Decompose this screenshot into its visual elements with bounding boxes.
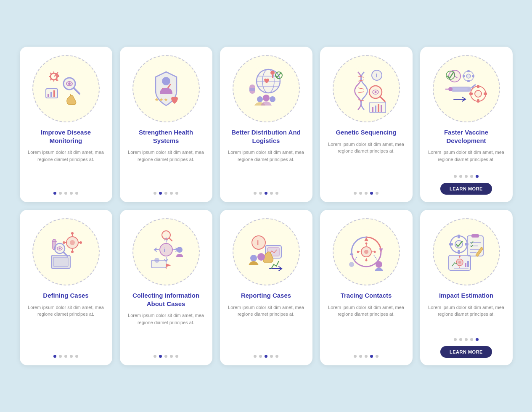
dot-3 <box>164 192 167 195</box>
card-collecting: i Collecting Information About <box>120 210 212 365</box>
svg-rect-143 <box>465 263 466 267</box>
card-icon-10 <box>433 218 500 285</box>
card-2-dots <box>154 192 178 195</box>
dot-5 <box>476 338 479 341</box>
dot-4 <box>370 355 373 358</box>
dot-3 <box>64 192 67 195</box>
dot-1 <box>454 175 457 178</box>
card-5-dots <box>454 175 479 178</box>
svg-rect-53 <box>477 85 479 88</box>
card-vaccine: Faster Vaccine Development Lorem ipsum d… <box>420 47 513 202</box>
card-genetic: i Genetic Sequencing Lorem ipsum dolor s… <box>320 47 413 202</box>
card-4-title: Genetic Sequencing <box>336 128 396 137</box>
svg-point-116 <box>373 251 376 253</box>
card-5-body: Lorem ipsum dolor sit dim amet, mea regi… <box>427 149 506 170</box>
card-5-learn-button[interactable]: LEARN MORE <box>440 183 492 195</box>
svg-text:i: i <box>376 72 377 79</box>
svg-rect-54 <box>477 99 479 103</box>
svg-rect-8 <box>50 92 52 97</box>
card-defining: Defining Cases Lorem ipsum dolor sit dim… <box>20 210 112 365</box>
card-icon-8: i <box>233 218 300 285</box>
dot-2 <box>359 355 362 358</box>
card-10-body: Lorem ipsum dolor sit dim amet, mea regi… <box>427 304 506 333</box>
card-improve-disease: Improve Disease Monitoring Lorem ipsum d… <box>20 47 112 202</box>
svg-rect-41 <box>372 107 373 112</box>
svg-point-49 <box>448 87 453 91</box>
svg-point-77 <box>63 241 65 244</box>
svg-text:★★★: ★★★ <box>154 97 168 103</box>
card-icon-2: ★★★ <box>132 55 200 122</box>
card-3-dots <box>254 192 278 195</box>
svg-point-87 <box>160 243 172 256</box>
svg-point-85 <box>58 248 61 250</box>
svg-point-71 <box>70 240 75 245</box>
svg-point-20 <box>270 71 275 75</box>
card-3-title: Better Distribution And Logistics <box>227 128 306 145</box>
dot-3 <box>64 355 67 358</box>
card-8-title: Reporting Cases <box>241 291 291 300</box>
dot-4 <box>370 192 373 195</box>
svg-rect-124 <box>458 235 460 238</box>
card-tracing: Tracing Contacts Lorem ipsum dolor sit d… <box>320 210 413 365</box>
card-2-title: Strengthen Health Systems <box>127 128 206 145</box>
card-reporting: i Reporting Cases Lorem ipsum dolor sit … <box>220 210 312 365</box>
svg-rect-42 <box>375 106 376 112</box>
card-1-dots <box>53 192 78 195</box>
dot-4 <box>70 355 73 358</box>
svg-rect-9 <box>53 90 55 97</box>
dot-3 <box>265 355 267 358</box>
svg-point-139 <box>458 261 461 264</box>
dot-2 <box>59 192 62 195</box>
svg-rect-62 <box>472 75 474 77</box>
card-3-body: Lorem ipsum dolor sit dim amet, mea regi… <box>227 149 306 187</box>
dot-4 <box>470 175 473 178</box>
svg-rect-55 <box>469 92 473 95</box>
card-icon-6 <box>32 218 100 285</box>
svg-rect-61 <box>463 75 465 77</box>
card-10-dots <box>454 338 479 341</box>
svg-rect-60 <box>467 80 470 82</box>
card-8-dots <box>254 355 278 358</box>
card-icon-5 <box>433 55 500 122</box>
card-distribution: Better Distribution And Logistics Lorem … <box>220 47 312 202</box>
svg-text:i: i <box>164 247 165 254</box>
dot-1 <box>354 192 357 195</box>
dot-3 <box>265 192 267 195</box>
svg-point-110 <box>365 243 367 245</box>
dot-5 <box>75 355 78 358</box>
svg-point-58 <box>466 74 471 78</box>
svg-rect-56 <box>484 92 487 95</box>
dot-4 <box>170 192 173 195</box>
svg-point-141 <box>459 256 461 257</box>
card-9-body: Lorem ipsum dolor sit dim amet, mea regi… <box>327 304 406 350</box>
dot-2 <box>159 355 162 358</box>
dot-1 <box>53 192 56 195</box>
svg-point-102 <box>257 253 265 261</box>
dot-5 <box>476 175 479 178</box>
dot-1 <box>354 355 357 358</box>
card-8-body: Lorem ipsum dolor sit dim amet, mea regi… <box>227 304 306 350</box>
dot-3 <box>365 192 368 195</box>
dot-1 <box>53 355 56 358</box>
card-5-title: Faster Vaccine Development <box>427 128 506 145</box>
svg-rect-47 <box>453 88 468 90</box>
card-9-dots <box>354 355 378 358</box>
svg-rect-44 <box>381 105 382 112</box>
card-6-body: Lorem ipsum dolor sit dim amet, mea regi… <box>26 304 106 350</box>
card-10-learn-button[interactable]: LEARN MORE <box>440 346 492 358</box>
dot-1 <box>454 338 457 341</box>
dot-2 <box>259 355 262 358</box>
svg-point-25 <box>263 95 270 101</box>
dot-5 <box>175 355 178 358</box>
svg-point-112 <box>365 259 367 261</box>
svg-point-24 <box>257 96 263 102</box>
svg-point-52 <box>475 90 482 97</box>
svg-point-39 <box>374 91 376 93</box>
dot-3 <box>465 338 468 341</box>
svg-rect-69 <box>53 257 68 267</box>
svg-point-117 <box>376 261 382 268</box>
dot-5 <box>275 192 278 195</box>
dot-1 <box>154 355 156 358</box>
dot-5 <box>275 355 278 358</box>
svg-point-119 <box>349 262 354 267</box>
